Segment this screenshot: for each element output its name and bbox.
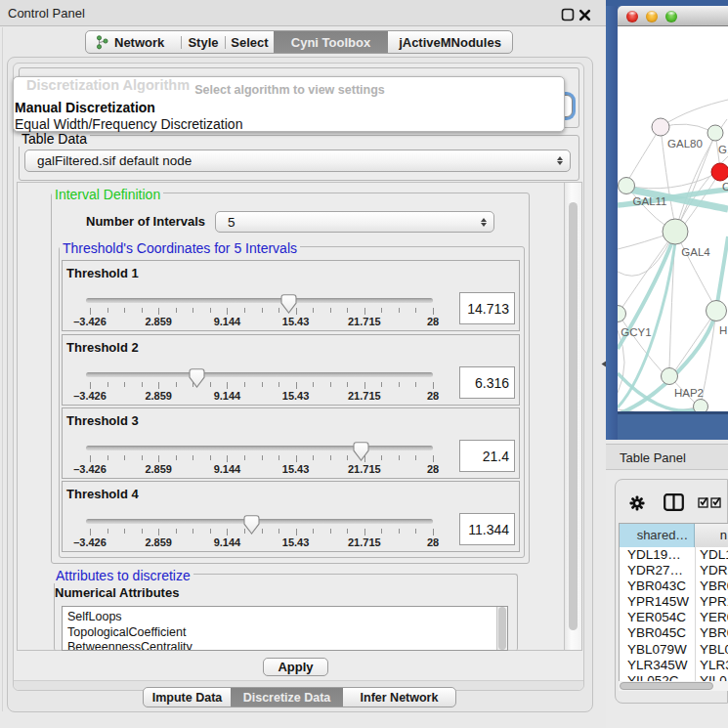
- svg-text:HAP2: HAP2: [674, 387, 704, 399]
- svg-text:GCY1: GCY1: [621, 326, 651, 338]
- svg-text:G.: G.: [718, 144, 728, 155]
- svg-text:C: C: [722, 181, 728, 193]
- svg-text:GAL11: GAL11: [633, 195, 667, 207]
- svg-text:GAL4: GAL4: [681, 246, 710, 258]
- svg-text:GAL80: GAL80: [667, 138, 703, 150]
- svg-text:H: H: [719, 324, 727, 336]
